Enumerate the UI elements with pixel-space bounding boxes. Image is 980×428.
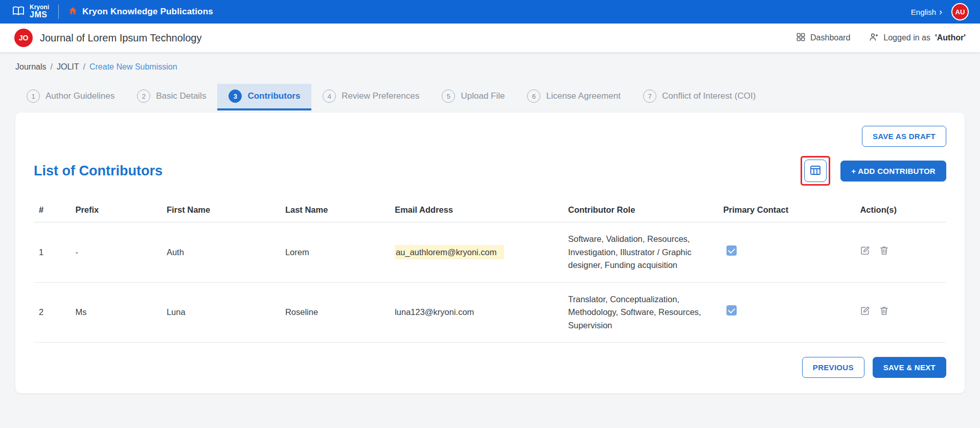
step-number: 4 bbox=[323, 89, 336, 103]
col-header-role: Contributor Role bbox=[563, 198, 718, 222]
add-contributor-button[interactable]: + ADD CONTRIBUTOR bbox=[840, 161, 946, 182]
step-contributors[interactable]: 3 Contributors bbox=[217, 84, 311, 110]
col-header-first-name: First Name bbox=[162, 198, 280, 222]
edit-icon[interactable] bbox=[860, 245, 871, 260]
dashboard-label: Dashboard bbox=[810, 33, 850, 42]
user-avatar[interactable]: AU bbox=[951, 3, 969, 20]
cell-email: luna123@kryoni.com bbox=[390, 282, 563, 343]
col-header-email: Email Address bbox=[390, 198, 563, 222]
col-header-primary-contact: Primary Contact bbox=[718, 198, 855, 222]
step-label: Contributors bbox=[247, 91, 300, 101]
dashboard-grid-icon bbox=[796, 32, 806, 44]
language-selector[interactable]: English › bbox=[911, 7, 942, 16]
step-label: Basic Details bbox=[156, 91, 206, 101]
cell-contributor-role: Software, Validation, Resources, Investi… bbox=[563, 222, 718, 283]
cell-first-name: Auth bbox=[162, 222, 280, 283]
primary-contact-checkbox[interactable] bbox=[726, 305, 737, 316]
step-basic-details[interactable]: 2 Basic Details bbox=[126, 84, 217, 110]
step-number: 6 bbox=[527, 89, 540, 103]
cell-primary-contact bbox=[718, 282, 855, 343]
app-title: Kryon Knowledge Publications bbox=[82, 7, 213, 17]
step-number: 1 bbox=[27, 89, 40, 103]
language-label: English bbox=[911, 8, 936, 16]
annotation-highlight-box bbox=[801, 156, 830, 186]
logged-in-user: 'Author' bbox=[935, 33, 966, 42]
breadcrumb-create-new-submission[interactable]: Create New Submission bbox=[89, 62, 177, 72]
col-header-index: # bbox=[34, 198, 70, 222]
journal-badge: JO bbox=[14, 29, 33, 47]
brand-logo[interactable]: Kryoni JMS bbox=[11, 4, 49, 19]
col-header-actions: Action(s) bbox=[855, 198, 946, 222]
edit-icon[interactable] bbox=[860, 305, 871, 320]
cell-email: au_authlorem@kryoni.com bbox=[390, 222, 563, 283]
logged-in-prefix: Logged in as bbox=[883, 33, 930, 42]
previous-button[interactable]: PREVIOUS bbox=[802, 357, 864, 378]
cell-prefix: - bbox=[70, 222, 162, 283]
delete-icon[interactable] bbox=[879, 245, 890, 260]
contributors-card: SAVE AS DRAFT List of Contributors + A bbox=[15, 112, 965, 393]
contributors-table: # Prefix First Name Last Name Email Addr… bbox=[34, 198, 946, 343]
breadcrumb: Journals / JOLIT / Create New Submission bbox=[15, 62, 965, 72]
email-value: au_authlorem@kryoni.com bbox=[395, 245, 504, 259]
cell-contributor-role: Translator, Conceptualization, Methodolo… bbox=[563, 282, 718, 343]
table-row: 2 Ms Luna Roseline luna123@kryoni.com Tr… bbox=[34, 282, 946, 343]
step-number: 2 bbox=[137, 89, 150, 103]
step-review-preferences[interactable]: 4 Review Preferences bbox=[311, 84, 430, 110]
table-row: 1 - Auth Lorem au_authlorem@kryoni.com S… bbox=[34, 222, 946, 283]
home-icon[interactable] bbox=[68, 6, 78, 17]
step-label: Author Guidelines bbox=[45, 91, 115, 101]
cell-primary-contact bbox=[718, 222, 855, 283]
breadcrumb-jolit[interactable]: JOLIT bbox=[57, 62, 79, 72]
journal-header-bar: JO Journal of Lorem Ipsum Technology Das… bbox=[0, 24, 980, 52]
primary-contact-checkbox[interactable] bbox=[726, 245, 737, 256]
table-view-button[interactable] bbox=[804, 160, 827, 182]
user-role-icon bbox=[869, 32, 879, 44]
save-as-draft-button[interactable]: SAVE AS DRAFT bbox=[862, 126, 946, 147]
submission-stepper: 1 Author Guidelines 2 Basic Details 3 Co… bbox=[15, 84, 965, 110]
step-author-guidelines[interactable]: 1 Author Guidelines bbox=[15, 84, 126, 110]
breadcrumb-separator: / bbox=[50, 62, 52, 72]
cell-first-name: Luna bbox=[162, 282, 280, 343]
step-number: 7 bbox=[643, 89, 656, 103]
cell-index: 1 bbox=[34, 222, 70, 283]
top-app-bar: Kryoni JMS Kryon Knowledge Publications … bbox=[0, 0, 980, 24]
chevron-right-icon: › bbox=[939, 7, 942, 16]
step-label: License Agreement bbox=[546, 91, 621, 101]
cell-last-name: Lorem bbox=[280, 222, 390, 283]
email-value: luna123@kryoni.com bbox=[395, 307, 474, 317]
cell-last-name: Roseline bbox=[280, 282, 390, 343]
cell-prefix: Ms bbox=[70, 282, 162, 343]
dashboard-link[interactable]: Dashboard bbox=[796, 32, 850, 44]
logged-in-status[interactable]: Logged in as 'Author' bbox=[869, 32, 966, 44]
save-and-next-button[interactable]: SAVE & NEXT bbox=[873, 357, 946, 378]
topbar-divider bbox=[58, 5, 59, 19]
book-logo-icon bbox=[11, 5, 26, 19]
step-number: 5 bbox=[442, 89, 455, 103]
col-header-last-name: Last Name bbox=[280, 198, 390, 222]
delete-icon[interactable] bbox=[879, 305, 890, 320]
section-title: List of Contributors bbox=[34, 163, 163, 179]
breadcrumb-separator: / bbox=[83, 62, 85, 72]
table-icon bbox=[809, 164, 822, 178]
brand-name: Kryoni bbox=[30, 4, 49, 11]
col-header-prefix: Prefix bbox=[70, 198, 162, 222]
step-label: Conflict of Interest (COI) bbox=[662, 91, 756, 101]
brand-sub: JMS bbox=[30, 11, 49, 19]
step-conflict-of-interest[interactable]: 7 Conflict of Interest (COI) bbox=[632, 84, 767, 110]
journal-title: Journal of Lorem Ipsum Technology bbox=[40, 32, 201, 44]
step-license-agreement[interactable]: 6 License Agreement bbox=[516, 84, 632, 110]
table-header-row: # Prefix First Name Last Name Email Addr… bbox=[34, 198, 946, 222]
step-upload-file[interactable]: 5 Upload File bbox=[430, 84, 516, 110]
step-label: Review Preferences bbox=[341, 91, 419, 101]
step-label: Upload File bbox=[461, 91, 505, 101]
cell-actions bbox=[855, 282, 946, 343]
step-number: 3 bbox=[229, 89, 242, 103]
cell-actions bbox=[855, 222, 946, 283]
cell-index: 2 bbox=[34, 282, 70, 343]
breadcrumb-journals[interactable]: Journals bbox=[15, 62, 46, 72]
